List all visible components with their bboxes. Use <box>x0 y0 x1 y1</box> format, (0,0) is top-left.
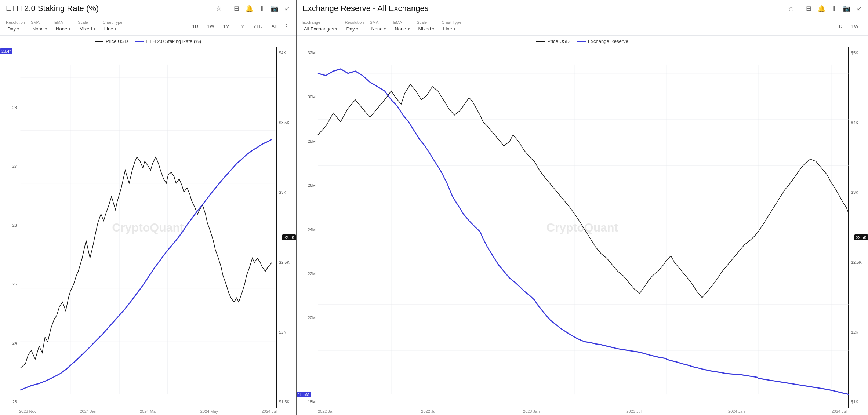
left-toolbar: Resolution Day ▾ SMA None ▾ EMA None ▾ <box>0 17 296 36</box>
right-x-jan22: 2022 Jan <box>318 409 334 414</box>
right-sma-chevron: ▾ <box>384 27 386 31</box>
right-x-jan24: 2024 Jan <box>728 409 745 414</box>
left-time-ytd[interactable]: YTD <box>250 22 266 30</box>
right-divider1 <box>800 5 800 12</box>
left-time-1m[interactable]: 1M <box>219 22 233 30</box>
left-legend-staking-line <box>135 41 144 42</box>
left-time-all[interactable]: All <box>268 22 280 30</box>
right-chart-title: Exchange Reserve - All Exchanges <box>302 4 784 13</box>
left-legend-price-label: Price USD <box>106 39 128 44</box>
left-folder-icon[interactable]: ⊟ <box>234 4 239 12</box>
right-legend-price-line <box>536 41 545 42</box>
left-time-1d[interactable]: 1D <box>188 22 202 30</box>
right-price-badge: $2.5K <box>854 234 868 240</box>
left-bell-icon[interactable]: 🔔 <box>245 4 253 12</box>
left-more-icon[interactable]: ⋮ <box>283 22 290 30</box>
right-time-1w[interactable]: 1W <box>848 22 862 30</box>
left-x-may24: 2024 May <box>200 409 218 414</box>
right-exchange-chevron: ▾ <box>335 27 337 31</box>
right-chart-panel: Exchange Reserve - All Exchanges ☆ ⊟ 🔔 ⬆… <box>297 0 868 415</box>
right-chart-area: CryptoQuant 32M 30M 28M 26M 24M 22M 20M … <box>297 47 868 408</box>
right-star-icon[interactable]: ☆ <box>788 4 794 12</box>
left-sma-label: SMA <box>31 20 48 25</box>
left-time-1y[interactable]: 1Y <box>235 22 248 30</box>
right-ema-group: EMA None ▾ <box>393 20 411 32</box>
right-chart-legend: Price USD Exchange Reserve <box>297 36 868 47</box>
left-chart-header: ETH 2.0 Staking Rate (%) ☆ ⊟ 🔔 ⬆ 📷 ⤢ <box>0 0 296 17</box>
right-charttype-chevron: ▾ <box>454 27 455 31</box>
right-reserve-badge: 18.5M <box>297 392 311 397</box>
left-ema-select[interactable]: None ▾ <box>54 25 72 32</box>
left-ema-label: EMA <box>54 20 72 25</box>
right-resolution-label: Resolution <box>345 20 364 25</box>
right-legend-price-label: Price USD <box>547 39 570 44</box>
left-share-icon[interactable]: ⬆ <box>259 4 265 12</box>
left-x-nov23: 2023 Nov <box>19 409 36 414</box>
left-charttype-label: Chart Type <box>103 20 123 25</box>
right-legend-reserve-line <box>577 41 586 42</box>
right-x-jul23: 2023 Jul <box>626 409 642 414</box>
left-scale-label: Scale <box>78 20 97 25</box>
right-legend-reserve-label: Exchange Reserve <box>588 39 628 44</box>
left-charttype-group: Chart Type Line ▾ <box>103 20 123 32</box>
right-charttype-group: Chart Type Line ▾ <box>442 20 461 32</box>
right-bell-icon[interactable]: 🔔 <box>817 4 825 12</box>
right-scale-label: Scale <box>417 20 436 25</box>
right-charttype-select[interactable]: Line ▾ <box>442 25 461 32</box>
right-chart-svg <box>297 47 868 408</box>
right-resolution-chevron: ▾ <box>356 27 358 31</box>
left-time-buttons: 1D 1W 1M 1Y YTD All ⋮ <box>188 22 290 30</box>
right-folder-icon[interactable]: ⊟ <box>806 4 811 12</box>
left-x-mar24: 2024 Mar <box>140 409 157 414</box>
right-sma-select[interactable]: None ▾ <box>370 25 387 32</box>
right-legend-price: Price USD <box>536 39 570 44</box>
left-staking-badge: 28.4* <box>0 48 12 54</box>
right-toolbar: Exchange All Exchanges ▾ Resolution Day … <box>297 17 868 36</box>
left-legend-price: Price USD <box>95 39 128 44</box>
left-ema-group: EMA None ▾ <box>54 20 72 32</box>
left-resolution-label: Resolution <box>6 20 25 25</box>
left-chart-panel: ETH 2.0 Staking Rate (%) ☆ ⊟ 🔔 ⬆ 📷 ⤢ Res… <box>0 0 297 415</box>
right-exchange-group: Exchange All Exchanges ▾ <box>302 20 339 32</box>
right-x-jul22: 2022 Jul <box>421 409 436 414</box>
divider1 <box>228 5 228 12</box>
left-expand-icon[interactable]: ⤢ <box>284 4 290 12</box>
right-x-jan23: 2023 Jan <box>523 409 540 414</box>
right-time-buttons: 1D 1W <box>833 22 862 30</box>
right-share-icon[interactable]: ⬆ <box>831 4 837 12</box>
charts-container: ETH 2.0 Staking Rate (%) ☆ ⊟ 🔔 ⬆ 📷 ⤢ Res… <box>0 0 868 415</box>
right-sma-label: SMA <box>370 20 387 25</box>
right-x-axis: 2022 Jan 2022 Jul 2023 Jan 2023 Jul 2024… <box>297 408 868 415</box>
left-star-icon[interactable]: ☆ <box>216 4 222 12</box>
left-charttype-select[interactable]: Line ▾ <box>103 25 123 32</box>
left-resolution-select[interactable]: Day ▾ <box>6 25 25 32</box>
right-ema-select[interactable]: None ▾ <box>393 25 411 32</box>
left-chart-title: ETH 2.0 Staking Rate (%) <box>6 4 211 13</box>
left-resolution-chevron: ▾ <box>17 27 19 31</box>
right-exchange-select[interactable]: All Exchanges ▾ <box>302 25 339 32</box>
left-x-axis: 2023 Nov 2024 Jan 2024 Mar 2024 May 2024… <box>0 408 296 415</box>
left-time-1w[interactable]: 1W <box>203 22 218 30</box>
right-expand-icon[interactable]: ⤢ <box>857 4 862 12</box>
left-scale-select[interactable]: Mixed ▾ <box>78 25 97 32</box>
right-header-icons: ☆ ⊟ 🔔 ⬆ 📷 ⤢ <box>788 4 862 12</box>
left-ema-chevron: ▾ <box>69 27 70 31</box>
left-legend-staking: ETH 2.0 Staking Rate (%) <box>135 39 201 44</box>
left-chart-legend: Price USD ETH 2.0 Staking Rate (%) <box>0 36 296 47</box>
right-resolution-select[interactable]: Day ▾ <box>345 25 364 32</box>
right-resolution-group: Resolution Day ▾ <box>345 20 364 32</box>
right-legend-reserve: Exchange Reserve <box>577 39 628 44</box>
right-time-1d[interactable]: 1D <box>833 22 846 30</box>
right-x-jul24: 2024 Jul <box>831 409 847 414</box>
left-header-icons: ☆ ⊟ 🔔 ⬆ 📷 ⤢ <box>216 4 290 12</box>
right-camera-icon[interactable]: 📷 <box>843 4 851 12</box>
left-price-badge: $2.5K <box>282 234 296 240</box>
right-scale-group: Scale Mixed ▾ <box>417 20 436 32</box>
left-camera-icon[interactable]: 📷 <box>270 4 279 12</box>
right-scale-select[interactable]: Mixed ▾ <box>417 25 436 32</box>
left-sma-chevron: ▾ <box>45 27 47 31</box>
left-sma-select[interactable]: None ▾ <box>31 25 48 32</box>
left-sma-group: SMA None ▾ <box>31 20 48 32</box>
left-charttype-chevron: ▾ <box>115 27 116 31</box>
left-chart-svg <box>0 47 296 408</box>
